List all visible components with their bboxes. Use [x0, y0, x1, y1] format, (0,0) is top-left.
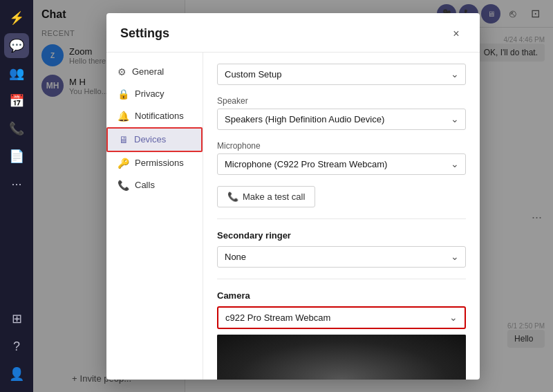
nav-label-permissions: Permissions: [135, 158, 184, 168]
speaker-group: Speaker Speakers (High Definition Audio …: [217, 96, 466, 130]
camera-select[interactable]: c922 Pro Stream WebcamDefault: [218, 308, 465, 328]
nav-label-privacy: Privacy: [135, 88, 165, 99]
camera-heading: Camera: [217, 290, 466, 301]
sidebar-item-calls[interactable]: 📞: [4, 116, 29, 141]
microphone-select[interactable]: Microphone (C922 Pro Stream Webcam)Defau…: [217, 153, 466, 175]
secondary-ringer-heading: Secondary ringer: [217, 230, 466, 241]
sidebar-item-apps[interactable]: ⊞: [4, 306, 29, 331]
microphone-label: Microphone: [217, 141, 466, 151]
nav-item-permissions[interactable]: 🔑 Permissions: [106, 152, 203, 174]
audio-device-select[interactable]: Custom SetupDefault: [217, 64, 466, 85]
sidebar-item-help[interactable]: ?: [4, 334, 29, 359]
settings-nav: ⚙ General 🔒 Privacy 🔔 Notifications 🖥 De…: [106, 53, 203, 380]
close-button[interactable]: ×: [447, 24, 466, 44]
settings-body: ⚙ General 🔒 Privacy 🔔 Notifications 🖥 De…: [106, 53, 480, 380]
nav-item-notifications[interactable]: 🔔 Notifications: [106, 105, 203, 127]
settings-header: Settings ×: [106, 13, 480, 53]
sidebar-item-user[interactable]: 👤: [4, 362, 29, 386]
nav-label-general: General: [132, 66, 164, 77]
sidebar: ⚡ 💬 👥 📅 📞 📄 ··· ⊞ ? 👤: [0, 0, 33, 392]
lock-icon: 🔒: [118, 88, 129, 100]
audio-device-group: Custom SetupDefault: [217, 64, 466, 85]
nav-item-devices[interactable]: 🖥 Devices: [106, 127, 203, 152]
test-call-group: 📞 Make a test call: [217, 186, 466, 207]
sidebar-item-chat[interactable]: 💬: [4, 33, 29, 58]
nav-label-notifications: Notifications: [135, 111, 184, 121]
sidebar-item-more[interactable]: ···: [4, 171, 29, 196]
test-call-button[interactable]: 📞 Make a test call: [217, 186, 315, 207]
divider: [217, 218, 466, 219]
settings-dialog: Settings × ⚙ General 🔒 Privacy 🔔 Notific…: [106, 13, 480, 380]
phone-icon: 📞: [227, 192, 238, 202]
microphone-group: Microphone Microphone (C922 Pro Stream W…: [217, 141, 466, 175]
secondary-ringer-select[interactable]: NoneDefault: [217, 246, 466, 268]
monitor-icon: 🖥: [119, 134, 129, 145]
modal-overlay: Settings × ⚙ General 🔒 Privacy 🔔 Notific…: [33, 0, 553, 392]
test-call-label: Make a test call: [243, 192, 305, 202]
divider-2: [217, 279, 466, 279]
sidebar-item-teams[interactable]: 👥: [4, 61, 29, 86]
sidebar-item-activity[interactable]: ⚡: [4, 6, 29, 30]
nav-item-privacy[interactable]: 🔒 Privacy: [106, 83, 203, 105]
camera-group: Camera c922 Pro Stream WebcamDefault Pre…: [217, 290, 466, 380]
sidebar-item-calendar[interactable]: 📅: [4, 88, 29, 113]
audio-device-select-wrapper: Custom SetupDefault: [217, 64, 466, 85]
speaker-select-wrapper: Speakers (High Definition Audio Device)D…: [217, 109, 466, 130]
sidebar-item-files[interactable]: 📄: [4, 144, 29, 169]
camera-select-wrapper: c922 Pro Stream WebcamDefault: [217, 306, 466, 329]
bell-icon: 🔔: [118, 111, 129, 122]
secondary-ringer-select-wrapper: NoneDefault: [217, 246, 466, 268]
nav-item-general[interactable]: ⚙ General: [106, 61, 203, 83]
gear-icon: ⚙: [118, 66, 126, 77]
nav-label-devices: Devices: [134, 134, 166, 144]
microphone-select-wrapper: Microphone (C922 Pro Stream Webcam)Defau…: [217, 153, 466, 175]
speaker-label: Speaker: [217, 96, 466, 106]
speaker-select[interactable]: Speakers (High Definition Audio Device)D…: [217, 109, 466, 130]
nav-label-calls: Calls: [135, 180, 155, 190]
nav-item-calls[interactable]: 📞 Calls: [106, 174, 203, 196]
settings-title: Settings: [120, 26, 169, 41]
phone-icon: 📞: [118, 180, 129, 191]
camera-preview: Preview: [217, 335, 466, 380]
secondary-ringer-group: Secondary ringer NoneDefault: [217, 230, 466, 268]
key-icon: 🔑: [118, 158, 129, 169]
settings-content: Custom SetupDefault Speaker Speakers (Hi…: [203, 53, 480, 380]
